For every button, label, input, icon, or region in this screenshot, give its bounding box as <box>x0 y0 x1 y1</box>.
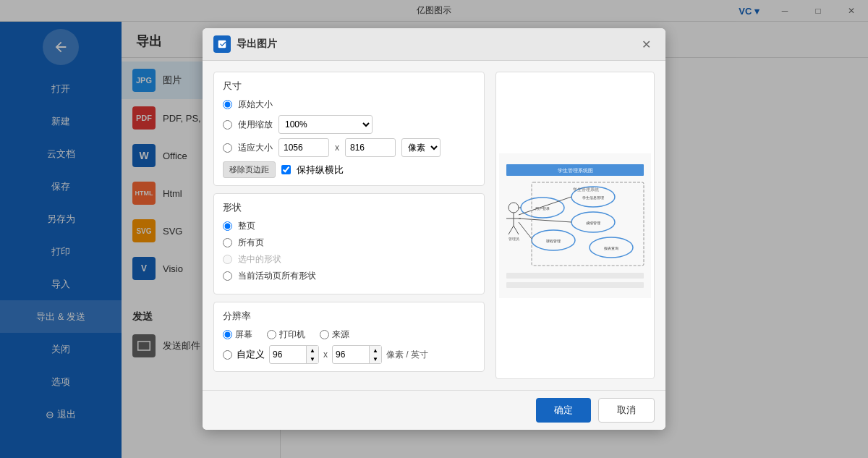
cancel-button[interactable]: 取消 <box>598 398 655 423</box>
full-page-row: 整页 <box>223 220 475 232</box>
res-unit: 像素 / 英寸 <box>386 349 428 361</box>
res-y-input[interactable] <box>333 346 369 363</box>
modal-icon <box>213 35 231 53</box>
res-y-down[interactable]: ▼ <box>370 355 381 363</box>
shape-section: 形状 整页 所有页 选中的形状 当前活动页所有 <box>213 193 485 294</box>
screen-label: 屏幕 <box>223 328 252 341</box>
remove-margin-button[interactable]: 移除页边距 <box>223 161 276 178</box>
svg-text:成绩管理: 成绩管理 <box>586 221 600 225</box>
svg-text:课程管理: 课程管理 <box>546 239 561 243</box>
keep-ratio-label: 保持纵横比 <box>297 164 344 177</box>
active-page-radio[interactable] <box>223 271 232 281</box>
svg-rect-25 <box>506 273 644 279</box>
res-x-spinner-btns: ▲ ▼ <box>306 346 318 363</box>
modal-preview: 学生管理系统图 用户登录 学生信息管理 成绩管理 课程管理 报表查询 <box>495 72 655 379</box>
modal-close-button[interactable]: ✕ <box>637 35 655 53</box>
export-image-modal: 导出图片 ✕ 尺寸 原始大小 使用缩放 100% <box>203 28 665 430</box>
zoom-select[interactable]: 100% <box>278 115 373 134</box>
x-label: x <box>335 143 339 153</box>
preview-svg: 学生管理系统图 用户登录 学生信息管理 成绩管理 课程管理 报表查询 <box>499 153 651 298</box>
original-size-label: 原始大小 <box>238 98 273 111</box>
svg-text:学生管理系统图: 学生管理系统图 <box>558 168 593 173</box>
res-x-spinner: ▲ ▼ <box>269 345 319 364</box>
res-x-up[interactable]: ▲ <box>307 346 318 355</box>
width-input[interactable] <box>278 138 329 157</box>
modal-title: 导出图片 <box>237 38 277 51</box>
size-section: 尺寸 原始大小 使用缩放 100% 适应大小 <box>213 72 485 186</box>
zoom-radio[interactable] <box>223 120 232 130</box>
resolution-label: 分辨率 <box>223 310 475 323</box>
unit-select[interactable]: 像素 <box>401 138 441 157</box>
all-pages-label: 所有页 <box>238 237 264 249</box>
confirm-button[interactable]: 确定 <box>536 398 591 423</box>
modal-header-left: 导出图片 <box>213 35 277 53</box>
active-page-row: 当前活动页所有形状 <box>223 270 475 282</box>
modal-body: 尺寸 原始大小 使用缩放 100% 适应大小 <box>203 61 665 390</box>
res-y-up[interactable]: ▲ <box>370 346 381 355</box>
source-radio[interactable] <box>320 330 329 339</box>
full-page-label: 整页 <box>238 220 255 232</box>
modal-footer: 确定 取消 <box>203 390 665 430</box>
custom-resolution-row: 自定义 ▲ ▼ x ▲ <box>223 345 475 364</box>
shape-label: 形状 <box>223 201 475 214</box>
modal-left: 尺寸 原始大小 使用缩放 100% 适应大小 <box>213 72 485 379</box>
zoom-label: 使用缩放 <box>238 119 273 131</box>
selected-shapes-label: 选中的形状 <box>238 253 281 266</box>
modal-header: 导出图片 ✕ <box>203 28 665 61</box>
fit-radio[interactable] <box>223 143 232 153</box>
keep-ratio-checkbox[interactable] <box>281 165 291 174</box>
modal-overlay: 导出图片 ✕ 尺寸 原始大小 使用缩放 100% <box>0 0 868 458</box>
res-y-spinner: ▲ ▼ <box>332 345 382 364</box>
fit-size-row: 适应大小 x 像素 <box>223 138 475 157</box>
fit-label: 适应大小 <box>238 142 273 154</box>
active-page-label: 当前活动页所有形状 <box>238 270 316 282</box>
svg-text:学生管理系统: 学生管理系统 <box>573 187 599 192</box>
original-size-row: 原始大小 <box>223 98 475 111</box>
svg-rect-26 <box>506 282 644 288</box>
custom-res-label: 自定义 <box>237 348 265 361</box>
all-pages-row: 所有页 <box>223 237 475 249</box>
resolution-section: 分辨率 屏幕 打印机 来源 <box>213 302 485 372</box>
printer-label: 打印机 <box>267 328 305 341</box>
custom-res-radio[interactable] <box>223 350 232 360</box>
margin-row: 移除页边距 保持纵横比 <box>223 161 475 178</box>
svg-text:报表查询: 报表查询 <box>603 246 618 250</box>
full-page-radio[interactable] <box>223 221 232 231</box>
original-size-radio[interactable] <box>223 100 232 109</box>
svg-text:学生信息管理: 学生信息管理 <box>582 195 604 200</box>
selected-shapes-radio[interactable] <box>223 255 232 264</box>
res-x-separator: x <box>323 349 328 360</box>
selected-shapes-row: 选中的形状 <box>223 253 475 266</box>
res-x-down[interactable]: ▼ <box>307 355 318 363</box>
res-y-spinner-btns: ▲ ▼ <box>369 346 381 363</box>
svg-text:管理员: 管理员 <box>509 237 519 241</box>
height-input[interactable] <box>345 138 396 157</box>
res-x-input[interactable] <box>270 346 306 363</box>
source-label: 来源 <box>320 328 349 341</box>
all-pages-radio[interactable] <box>223 238 232 247</box>
resolution-radios: 屏幕 打印机 来源 <box>223 328 475 341</box>
printer-radio[interactable] <box>267 330 276 339</box>
size-label: 尺寸 <box>223 80 475 93</box>
zoom-size-row: 使用缩放 100% <box>223 115 475 134</box>
screen-radio[interactable] <box>223 330 232 339</box>
